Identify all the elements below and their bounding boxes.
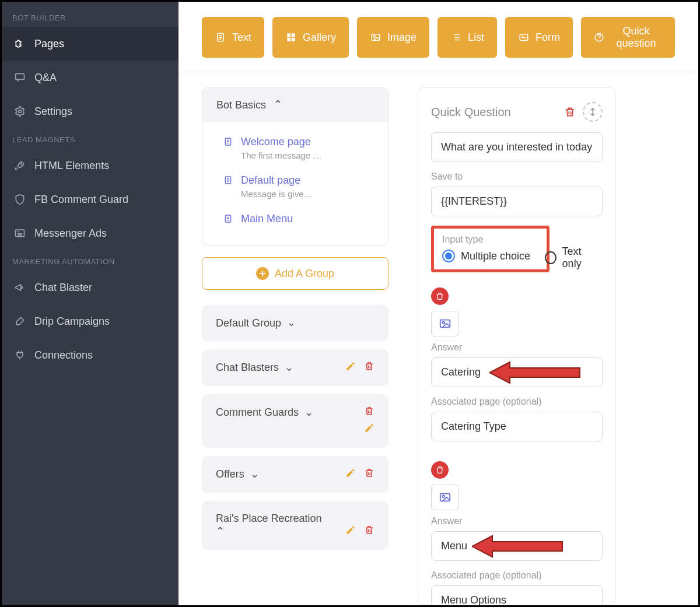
trash-icon[interactable] bbox=[364, 406, 374, 419]
sidebar-item-connections[interactable]: Connections bbox=[2, 338, 178, 372]
answer-label: Answer bbox=[431, 516, 603, 527]
answer-image-button[interactable] bbox=[431, 485, 459, 510]
radio-text-only[interactable]: Text only bbox=[545, 245, 598, 270]
sidebar-label: Chat Blaster bbox=[34, 282, 92, 294]
chevron-up-icon: ⌃ bbox=[274, 98, 282, 111]
page-subtitle: Message is give… bbox=[241, 189, 367, 199]
add-group-button[interactable]: + Add A Group bbox=[202, 257, 388, 290]
pencil-icon[interactable] bbox=[345, 468, 356, 481]
trash-icon[interactable] bbox=[364, 361, 374, 374]
answer-input[interactable] bbox=[431, 357, 603, 387]
sidebar-item-messenger-ads[interactable]: Messenger Ads bbox=[2, 216, 178, 250]
group-row-rais-place[interactable]: Rai's Place Recreation ⌃ bbox=[202, 501, 388, 550]
tool-form-button[interactable]: Form bbox=[505, 17, 573, 58]
svg-rect-16 bbox=[440, 320, 450, 328]
associated-page-label: Associated page (optional) bbox=[431, 397, 603, 407]
tool-text-button[interactable]: Text bbox=[202, 17, 264, 58]
plus-icon: + bbox=[256, 267, 269, 280]
group-row-comment-guards[interactable]: Comment Guards ⌄ bbox=[202, 394, 388, 448]
page-subtitle: The first message … bbox=[241, 150, 367, 160]
sidebar-label: Drip Campaigns bbox=[34, 315, 110, 328]
group-row-chat-blasters[interactable]: Chat Blasters ⌄ bbox=[202, 349, 388, 386]
delete-answer-button[interactable] bbox=[431, 287, 449, 305]
page-title: Welcome page bbox=[241, 136, 311, 148]
group-header-bot-basics[interactable]: Bot Basics ⌃ bbox=[202, 88, 388, 122]
form-icon bbox=[518, 31, 530, 43]
answer-block-1: Answer Associated page (optional) bbox=[431, 287, 603, 451]
svg-point-10 bbox=[373, 36, 375, 37]
radio-label: Multiple choice bbox=[461, 250, 530, 262]
question-input[interactable] bbox=[431, 132, 603, 162]
page-item-main-menu[interactable]: Main Menu bbox=[209, 206, 381, 232]
trash-icon[interactable] bbox=[364, 525, 374, 538]
gear-icon bbox=[13, 105, 26, 118]
associated-page-input[interactable] bbox=[431, 585, 603, 605]
radio-multiple-choice[interactable]: Multiple choice bbox=[442, 250, 530, 262]
rocket-icon bbox=[13, 159, 26, 172]
document-icon bbox=[223, 137, 234, 148]
document-icon bbox=[223, 214, 234, 224]
group-row-title: Offers bbox=[216, 468, 244, 480]
save-to-input[interactable] bbox=[431, 187, 603, 216]
sidebar-label: FB Comment Guard bbox=[34, 194, 128, 206]
answer-label: Answer bbox=[431, 342, 603, 353]
group-row-offers[interactable]: Offers ⌄ bbox=[202, 456, 388, 493]
sidebar-item-drip-campaigns[interactable]: Drip Campaigns bbox=[2, 304, 178, 338]
delete-widget-button[interactable] bbox=[562, 104, 578, 120]
sidebar-item-settings[interactable]: Settings bbox=[2, 94, 178, 128]
group-row-default-group[interactable]: Default Group ⌄ bbox=[202, 305, 388, 341]
answer-image-button[interactable] bbox=[431, 311, 459, 336]
svg-rect-7 bbox=[287, 38, 290, 41]
tool-gallery-button[interactable]: Gallery bbox=[272, 17, 349, 58]
chevron-down-icon: ⌄ bbox=[304, 406, 313, 419]
document-icon bbox=[223, 176, 234, 186]
sidebar-item-qa[interactable]: Q&A bbox=[2, 61, 178, 94]
tool-label: List bbox=[468, 31, 484, 44]
pencil-icon[interactable] bbox=[345, 361, 356, 374]
document-icon bbox=[215, 31, 226, 43]
sidebar-item-chat-blaster[interactable]: Chat Blaster bbox=[2, 271, 178, 304]
pencil-icon[interactable] bbox=[345, 525, 356, 538]
shield-icon bbox=[13, 193, 26, 206]
sidebar-item-fb-comment-guard[interactable]: FB Comment Guard bbox=[2, 183, 178, 216]
image-icon bbox=[370, 31, 382, 43]
page-item-welcome[interactable]: Welcome page The first message … bbox=[209, 129, 381, 167]
chevron-down-icon: ⌄ bbox=[287, 316, 296, 329]
tool-list-button[interactable]: List bbox=[438, 17, 497, 58]
megaphone-icon bbox=[13, 281, 26, 294]
tool-label: Form bbox=[536, 31, 560, 44]
chat-icon bbox=[13, 71, 26, 84]
dropper-icon bbox=[13, 315, 26, 328]
sidebar-item-html-elements[interactable]: HTML Elements bbox=[2, 149, 178, 183]
svg-rect-5 bbox=[287, 33, 290, 37]
associated-page-input[interactable] bbox=[431, 412, 603, 441]
panel-title: Quick Question bbox=[431, 106, 511, 119]
answer-input[interactable] bbox=[431, 531, 603, 561]
group-row-title: Comment Guards bbox=[216, 406, 299, 419]
group-bot-basics: Bot Basics ⌃ Welcome page The first mess… bbox=[202, 87, 388, 245]
pencil-icon[interactable] bbox=[216, 423, 374, 436]
radio-icon bbox=[442, 250, 455, 262]
tool-label: Quick question bbox=[610, 25, 662, 50]
group-row-title: Chat Blasters bbox=[216, 362, 279, 374]
plug-icon bbox=[13, 349, 26, 362]
page-item-default[interactable]: Default page Message is give… bbox=[209, 167, 381, 206]
tool-image-button[interactable]: Image bbox=[357, 17, 429, 58]
tool-quick-question-button[interactable]: Quick question bbox=[581, 17, 675, 58]
sidebar-label: Connections bbox=[34, 349, 93, 362]
main-area: Text Gallery Image List Form Quick quest… bbox=[178, 2, 698, 605]
drag-handle[interactable] bbox=[583, 102, 603, 122]
sidebar: BOT BUILDER Pages Q&A Settings LEAD MAGN… bbox=[2, 2, 178, 605]
answer-block-2: Answer Associated page (optional) bbox=[431, 461, 603, 605]
delete-answer-button[interactable] bbox=[431, 461, 449, 479]
chevron-down-icon: ⌄ bbox=[285, 361, 293, 374]
group-row-title: Default Group bbox=[216, 317, 281, 329]
sidebar-item-pages[interactable]: Pages bbox=[2, 27, 178, 61]
puzzle-icon bbox=[13, 37, 26, 50]
sidebar-label: Settings bbox=[34, 106, 72, 118]
svg-rect-6 bbox=[292, 33, 295, 37]
trash-icon[interactable] bbox=[364, 468, 374, 481]
chevron-up-icon: ⌃ bbox=[216, 525, 225, 538]
input-type-highlight: Input type Multiple choice bbox=[431, 226, 550, 272]
tool-label: Image bbox=[387, 31, 416, 44]
